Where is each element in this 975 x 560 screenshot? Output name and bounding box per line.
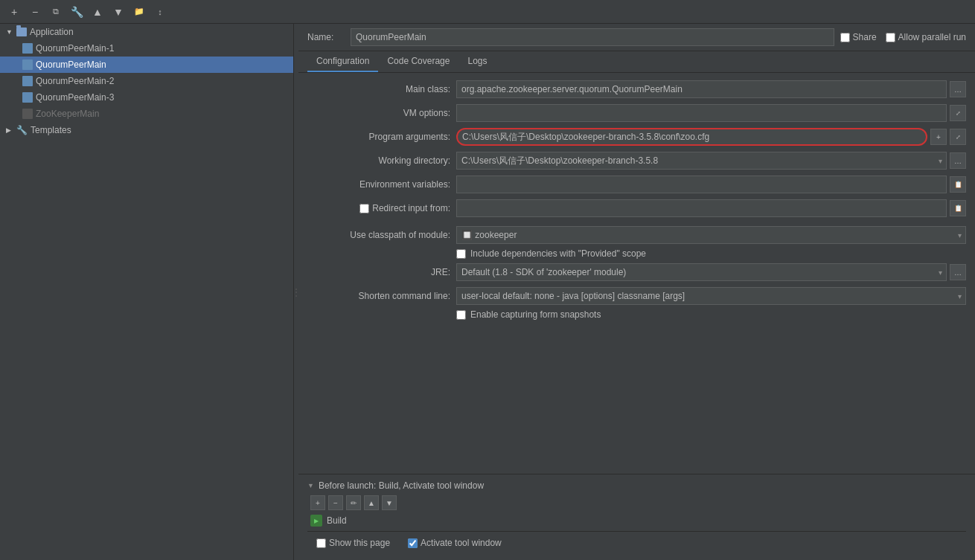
allow-parallel-label[interactable]: Allow parallel run (886, 32, 966, 42)
before-launch-tools: + − ✏ ▲ ▼ (310, 495, 966, 510)
env-vars-row: Environment variables: 📋 (307, 174, 966, 195)
tab-configuration[interactable]: Configuration (307, 51, 378, 72)
before-launch-up-button[interactable]: ▲ (364, 495, 379, 510)
tabs: Configuration Code Coverage Logs (298, 51, 975, 73)
name-input[interactable] (351, 28, 834, 46)
classpath-select[interactable]: 🔲 zookeeper (456, 226, 966, 244)
prog-args-add-button[interactable]: + (930, 129, 947, 145)
tree-templates[interactable]: ▶ 🔧 Templates (0, 122, 293, 138)
before-launch-arrow-icon: ▼ (307, 482, 314, 489)
vm-expand-button[interactable]: ⤢ (950, 105, 966, 121)
env-vars-input[interactable] (456, 176, 947, 193)
build-label: Build (327, 515, 347, 526)
move-down-button[interactable]: ▼ (110, 4, 127, 20)
working-dir-browse-button[interactable]: … (950, 152, 966, 169)
working-dir-label: Working directory: (307, 155, 456, 166)
templates-arrow-icon: ▶ (6, 126, 13, 134)
shorten-cmd-row: Shorten command line: user-local default… (307, 286, 966, 306)
name-right: Share Allow parallel run (840, 32, 966, 42)
wrench-icon: 🔧 (16, 125, 28, 135)
jre-label: JRE: (307, 267, 456, 277)
program-args-input[interactable] (456, 128, 927, 146)
include-deps-checkbox[interactable] (456, 249, 466, 259)
folder-icon (16, 28, 27, 36)
allow-parallel-checkbox[interactable] (886, 33, 895, 42)
show-page-label[interactable]: Show this page (316, 538, 390, 548)
working-dir-select-wrap: C:\Users\风信子\Desktop\zookeeper-branch-3.… (456, 152, 947, 170)
tree-application[interactable]: ▼ Application (0, 24, 293, 40)
name-bar: Name: Share Allow parallel run (298, 24, 975, 51)
tree-item-quorum2[interactable]: QuorumPeerMain-2 (0, 73, 293, 89)
classpath-wrap: 🔲 zookeeper (456, 226, 966, 244)
vm-options-label: VM options: (307, 108, 456, 118)
shorten-cmd-label: Shorten command line: (307, 291, 456, 301)
before-launch-add-button[interactable]: + (310, 495, 325, 510)
include-deps-row: Include dependencies with "Provided" sco… (456, 248, 966, 259)
prog-args-expand-button[interactable]: ⤢ (950, 129, 966, 145)
redirect-input-wrap: 📋 (456, 199, 966, 217)
classpath-row: Use classpath of module: 🔲 zookeeper (307, 225, 966, 245)
redirect-input[interactable] (456, 199, 947, 217)
build-item: Build (310, 515, 966, 527)
vm-options-row: VM options: ⤢ (307, 103, 966, 123)
redirect-checkbox[interactable] (359, 204, 369, 213)
activate-window-label[interactable]: Activate tool window (408, 538, 502, 548)
redirect-browse-button[interactable]: 📋 (950, 200, 966, 216)
jre-wrap: Default (1.8 - SDK of 'zookeeper' module… (456, 263, 966, 281)
quorum3-label: QuorumPeerMain-3 (36, 92, 114, 103)
quorum-main-label: QuorumPeerMain (36, 59, 106, 70)
env-vars-wrap: 📋 (456, 176, 966, 193)
tree-item-quorum-main[interactable]: QuorumPeerMain (0, 57, 293, 73)
tree-item-zoo[interactable]: ZooKeeperMain (0, 106, 293, 122)
quorum1-label: QuorumPeerMain-1 (36, 43, 114, 54)
remove-button[interactable]: − (27, 4, 43, 20)
main-class-label: Main class: (307, 84, 456, 94)
before-launch-down-button[interactable]: ▼ (382, 495, 397, 510)
templates-label: Templates (31, 125, 71, 135)
include-deps-label: Include dependencies with "Provided" sco… (470, 248, 646, 259)
vm-options-input[interactable] (456, 104, 947, 122)
shorten-cmd-select[interactable]: user-local default: none - java [options… (456, 287, 966, 305)
arrow-icon: ▼ (6, 28, 13, 36)
folder-button[interactable]: 📁 (131, 4, 147, 20)
classpath-select-wrap: 🔲 zookeeper (456, 226, 966, 244)
activate-window-checkbox[interactable] (408, 538, 418, 548)
before-launch-remove-button[interactable]: − (328, 495, 343, 510)
copy-button[interactable]: ⧉ (48, 4, 64, 20)
show-page-text: Show this page (329, 538, 390, 548)
config-icon-main (22, 59, 33, 70)
form-area: Main class: … VM options: ⤢ Program argu… (298, 73, 975, 474)
main-class-browse-button[interactable]: … (950, 81, 966, 97)
tab-logs[interactable]: Logs (458, 51, 496, 72)
show-page-checkbox[interactable] (316, 538, 326, 548)
build-icon (310, 515, 322, 527)
name-label: Name: (307, 32, 345, 42)
working-dir-select[interactable]: C:\Users\风信子\Desktop\zookeeper-branch-3.… (456, 152, 947, 170)
main-class-input[interactable] (456, 80, 947, 98)
move-up-button[interactable]: ▲ (89, 4, 106, 20)
add-button[interactable]: + (6, 4, 22, 20)
classpath-label: Use classpath of module: (307, 230, 456, 240)
config-icon-1 (22, 43, 33, 54)
quorum2-label: QuorumPeerMain-2 (36, 76, 114, 86)
before-launch-edit-button[interactable]: ✏ (346, 495, 361, 510)
tree-item-quorum1[interactable]: QuorumPeerMain-1 (0, 40, 293, 57)
redirect-input-row: Redirect input from: 📋 (307, 198, 966, 219)
settings-button[interactable]: 🔧 (68, 4, 85, 20)
share-checkbox[interactable] (840, 33, 850, 42)
jre-select[interactable]: Default (1.8 - SDK of 'zookeeper' module… (456, 263, 947, 281)
before-launch-header: ▼ Before launch: Build, Activate tool wi… (307, 480, 966, 491)
env-vars-label: Environment variables: (307, 179, 456, 190)
env-vars-browse-button[interactable]: 📋 (950, 176, 966, 193)
activate-window-text: Activate tool window (421, 538, 502, 548)
vm-options-wrap: ⤢ (456, 104, 966, 122)
tab-code-coverage[interactable]: Code Coverage (378, 51, 458, 72)
enable-capturing-checkbox[interactable] (456, 310, 466, 320)
tree-item-quorum3[interactable]: QuorumPeerMain-3 (0, 89, 293, 106)
share-checkbox-label[interactable]: Share (840, 32, 877, 42)
config-icon-2 (22, 76, 33, 86)
jre-browse-button[interactable]: … (950, 264, 966, 280)
sort-button[interactable]: ↕ (152, 4, 168, 20)
program-args-row: Program arguments: + ⤢ (307, 126, 966, 147)
jre-row: JRE: Default (1.8 - SDK of 'zookeeper' m… (307, 262, 966, 283)
